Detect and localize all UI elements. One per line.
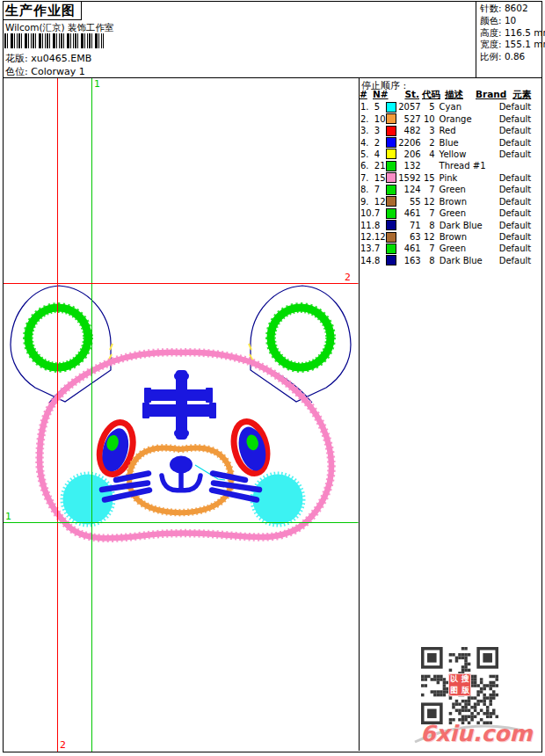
row-index: 4. <box>360 138 374 148</box>
thread-brand: Default <box>499 173 542 183</box>
colorway-line: 色位: Colorway 1 <box>5 65 85 78</box>
watermark-stamp: 以 搜 图 版 <box>448 673 471 696</box>
needle-number: 10 <box>374 114 386 124</box>
table-row: 6.21132Thread #1 <box>360 160 542 171</box>
color-description: Dark Blue <box>440 221 499 230</box>
stat-stitches: 针数: 8602 <box>480 3 542 15</box>
stitch-count: 527 <box>398 114 421 124</box>
thread-swatch <box>386 208 396 219</box>
row-index: 7. <box>360 173 374 183</box>
colorway-label: 色位: <box>5 66 28 77</box>
thread-swatch <box>386 185 396 195</box>
stitch-count: 206 <box>398 149 421 159</box>
stitch-count: 461 <box>398 244 421 253</box>
row-index: 8. <box>360 185 374 194</box>
table-row: 2.1052710OrangeDefault <box>360 113 542 124</box>
needle-number: 4 <box>374 149 386 159</box>
row-index: 1. <box>360 102 374 112</box>
row-index: 10. <box>360 208 374 218</box>
stitch-count: 163 <box>398 256 421 265</box>
header-separator <box>3 77 541 78</box>
needle-number: 5 <box>374 102 386 112</box>
row-index: 14. <box>360 256 374 265</box>
thread-brand: Default <box>499 149 542 159</box>
stat-colors: 颜色: 10 <box>480 15 542 27</box>
table-row: 1.520575CyanDefault <box>360 101 542 113</box>
needle-number: 8 <box>374 221 386 230</box>
site-url: 6xiu.com <box>420 721 532 746</box>
company-name: Wilcom(汇京) 装饰工作室 <box>5 22 113 34</box>
color-description: Pink <box>440 173 499 183</box>
thread-brand: Default <box>499 138 542 148</box>
thread-brand: Default <box>499 232 542 242</box>
thread-swatch <box>386 102 396 113</box>
thread-swatch <box>386 244 396 254</box>
color-code: 8 <box>421 256 435 265</box>
thread-swatch <box>386 113 396 124</box>
stitch-count: 63 <box>398 232 421 242</box>
thread-brand: Default <box>499 114 542 124</box>
pattern-line: 花版: xu0465.EMB <box>5 52 91 65</box>
color-code: 4 <box>421 149 435 159</box>
color-description: Red <box>440 126 499 135</box>
col-needle: N# <box>373 89 396 101</box>
col-idx: # <box>360 89 373 101</box>
needle-number: 3 <box>374 126 386 135</box>
color-description: Thread #1 <box>440 161 499 171</box>
color-description: Green <box>440 244 499 253</box>
color-sequence-table: 1.520575CyanDefault2.1052710OrangeDefaul… <box>360 101 542 266</box>
color-description: Brown <box>440 232 499 242</box>
color-description: Green <box>440 185 499 194</box>
stitch-count: 2206 <box>398 138 421 148</box>
color-code: 8 <box>421 221 435 230</box>
needle-number: 2 <box>374 138 386 148</box>
thread-brand: Default <box>499 208 542 218</box>
needle-number: 12 <box>374 232 386 242</box>
color-description: Dark Blue <box>440 256 499 265</box>
stitch-count: 55 <box>398 197 421 207</box>
stitch-count: 71 <box>398 221 421 230</box>
thread-swatch <box>386 196 396 207</box>
colorway-value: Colorway 1 <box>31 66 84 77</box>
color-description: Cyan <box>440 102 499 112</box>
table-row: 8.71247GreenDefault <box>360 184 542 195</box>
thread-swatch <box>386 255 396 265</box>
row-index: 2. <box>360 114 374 124</box>
table-row: 12.126312BrownDefault <box>360 231 542 243</box>
site-logo: 6xiu.com <box>411 710 539 752</box>
barcode <box>4 33 104 48</box>
table-row: 13.74617GreenDefault <box>360 243 542 254</box>
stitch-count: 132 <box>398 161 421 171</box>
thread-swatch <box>386 149 396 159</box>
color-code: 12 <box>421 232 435 242</box>
color-code: 7 <box>421 244 435 253</box>
color-description: Orange <box>440 114 499 124</box>
thread-brand: Default <box>499 126 542 135</box>
color-description: Yellow <box>440 149 499 159</box>
row-index: 6. <box>360 161 374 171</box>
pattern-label: 花版: <box>5 53 28 64</box>
pattern-value: xu0465.EMB <box>31 53 91 64</box>
row-index: 5. <box>360 149 374 159</box>
col-element: 元素 <box>512 89 531 101</box>
table-row: 4.222062BlueDefault <box>360 136 542 148</box>
table-row: 7.15159215PinkDefault <box>360 172 542 184</box>
table-row: 9.125512BrownDefault <box>360 196 542 207</box>
color-code: 2 <box>421 138 435 148</box>
color-code: 7 <box>421 208 435 218</box>
stitch-count: 2057 <box>398 102 421 112</box>
row-index: 3. <box>360 126 374 135</box>
table-row: 11.8718Dark BlueDefault <box>360 219 542 230</box>
col-brand: Brand <box>476 89 506 101</box>
thread-swatch <box>386 220 396 230</box>
thread-swatch <box>386 172 396 183</box>
thread-brand: Default <box>499 256 542 265</box>
thread-brand: Default <box>499 185 542 194</box>
color-code: 15 <box>421 173 435 183</box>
thread-brand: Default <box>499 221 542 230</box>
needle-number: 8 <box>374 256 386 265</box>
row-index: 11. <box>360 221 374 230</box>
stitch-count: 482 <box>398 126 421 135</box>
col-desc: 描述 <box>445 89 463 101</box>
table-row: 14.81638Dark BlueDefault <box>360 255 542 266</box>
